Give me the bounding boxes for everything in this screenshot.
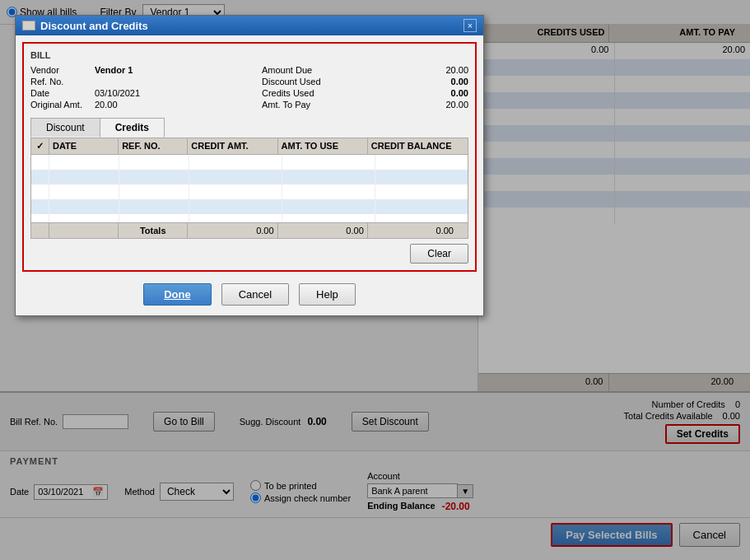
amt-to-pay-label: Amt. To Pay [262, 100, 310, 110]
vendor-value: Vendor 1 [95, 65, 133, 75]
col-creditbal-header: CREDIT BALANCE [368, 138, 457, 154]
totals-amt-to-use: 0.00 [278, 223, 368, 238]
clear-btn-row: Clear [30, 244, 468, 264]
date-row: Date 03/10/2021 [30, 88, 237, 98]
amount-due-value: 20.00 [427, 65, 468, 75]
clear-button[interactable]: Clear [410, 244, 468, 264]
done-button[interactable]: Done [143, 283, 212, 306]
credits-row [31, 170, 468, 184]
dialog-titlebar: Discount and Credits × [16, 16, 483, 35]
amount-due-label: Amount Due [262, 65, 312, 75]
dialog-content: BILL Vendor Vendor 1 Ref. No. Date 03/1 [16, 35, 483, 315]
credits-row [31, 214, 468, 222]
col-creditamt-header: CREDIT AMT. [188, 138, 277, 154]
orig-amt-row: Original Amt. 20.00 [30, 100, 237, 110]
dialog-icon [22, 21, 35, 30]
col-date-header: DATE [49, 138, 119, 154]
tabs: Discount Credits [30, 118, 468, 138]
discount-credits-dialog: Discount and Credits × BILL Vendor Vendo… [15, 15, 484, 316]
col-refno-header: REF. NO. [119, 138, 188, 154]
date-label-dialog: Date [30, 88, 88, 98]
bill-section: BILL Vendor Vendor 1 Ref. No. Date 03/1 [22, 42, 477, 272]
totals-label: Totals [119, 223, 188, 238]
credits-table: ✓ DATE REF. NO. CREDIT AMT. AMT. TO USE … [30, 138, 468, 239]
credits-used-value: 0.00 [427, 88, 468, 98]
amount-due-row: Amount Due 20.00 [262, 65, 468, 75]
bill-section-label: BILL [30, 50, 468, 60]
amt-to-pay-row: Amt. To Pay 20.00 [262, 100, 468, 110]
dialog-buttons: Done Cancel Help [22, 278, 477, 309]
credits-table-body [31, 155, 468, 222]
vendor-row: Vendor Vendor 1 [30, 65, 237, 75]
credits-row [31, 155, 468, 170]
amt-to-pay-value: 20.00 [427, 100, 468, 110]
vendor-label: Vendor [30, 65, 88, 75]
ref-no-row: Ref. No. [30, 77, 237, 86]
date-value-dialog: 03/10/2021 [95, 88, 140, 98]
col-amttouse-header: AMT. TO USE [278, 138, 368, 154]
credits-table-header: ✓ DATE REF. NO. CREDIT AMT. AMT. TO USE … [31, 138, 468, 155]
discount-used-label: Discount Used [262, 77, 321, 86]
credits-used-row: Credits Used 0.00 [262, 88, 468, 98]
orig-amt-value: 20.00 [95, 100, 118, 110]
ref-no-label: Ref. No. [30, 77, 88, 86]
credits-table-totals: Totals 0.00 0.00 0.00 [31, 222, 468, 238]
totals-credit-amt: 0.00 [188, 223, 277, 238]
discount-used-row: Discount Used 0.00 [262, 77, 468, 86]
help-button[interactable]: Help [299, 283, 356, 306]
orig-amt-label: Original Amt. [30, 100, 88, 110]
bill-info-grid: Vendor Vendor 1 Ref. No. Date 03/10/2021… [30, 65, 468, 110]
dialog-title: Discount and Credits [40, 20, 148, 32]
dialog-close-button[interactable]: × [464, 19, 477, 32]
tab-credits[interactable]: Credits [100, 118, 165, 138]
col-check-header: ✓ [31, 138, 49, 154]
credits-row [31, 199, 468, 214]
cancel-dialog-button[interactable]: Cancel [221, 283, 289, 306]
credits-used-label: Credits Used [262, 88, 314, 98]
tab-discount[interactable]: Discount [30, 118, 100, 138]
totals-credit-balance: 0.00 [368, 223, 457, 238]
discount-used-value: 0.00 [427, 77, 468, 86]
credits-row [31, 184, 468, 199]
